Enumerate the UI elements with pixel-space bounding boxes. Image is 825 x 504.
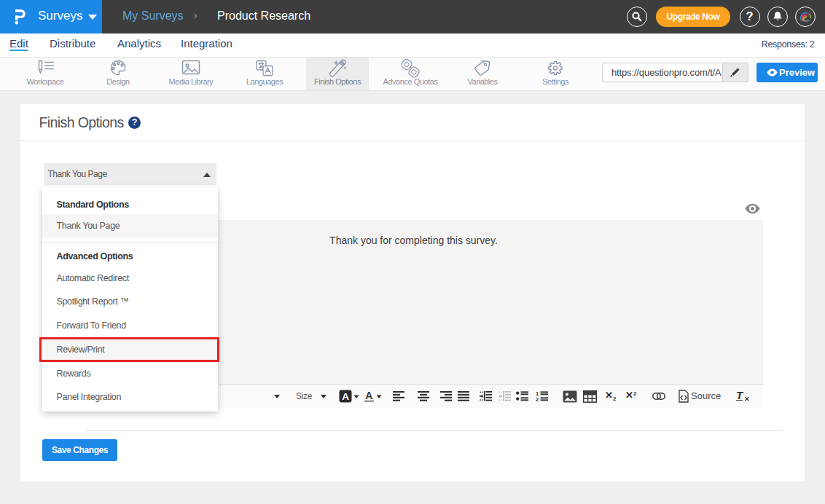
svg-text:A: A <box>342 391 349 402</box>
svg-text:A: A <box>365 390 372 401</box>
svg-text:2: 2 <box>536 396 539 401</box>
